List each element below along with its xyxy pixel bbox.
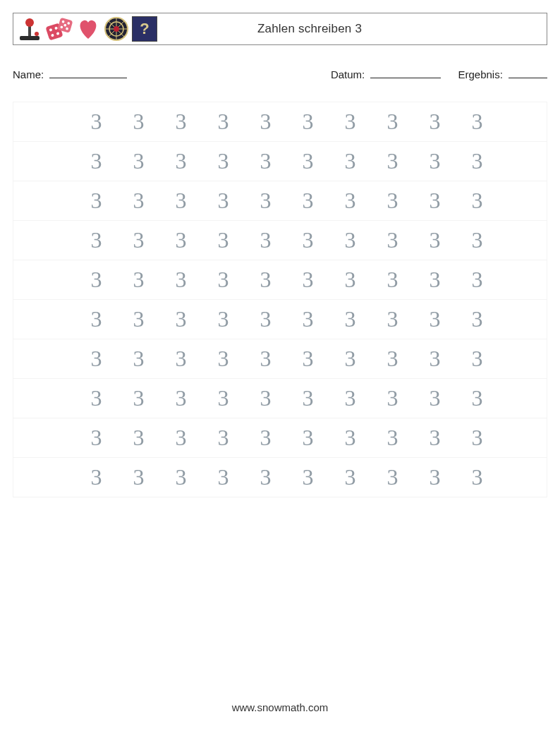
practice-cell[interactable]: 3 [202, 464, 245, 490]
practice-cell[interactable]: 3 [414, 385, 456, 411]
practice-cell[interactable]: 3 [329, 385, 372, 411]
practice-cell[interactable]: 3 [329, 346, 372, 372]
practice-cell[interactable]: 3 [329, 306, 372, 332]
practice-cell[interactable]: 3 [414, 425, 456, 451]
practice-cell[interactable]: 3 [118, 227, 160, 253]
practice-cell[interactable]: 3 [245, 227, 287, 253]
practice-cell[interactable]: 3 [372, 267, 414, 293]
practice-cell[interactable]: 3 [160, 227, 202, 253]
practice-cell[interactable]: 3 [287, 306, 329, 332]
practice-cell[interactable]: 3 [160, 306, 202, 332]
practice-cell[interactable]: 3 [287, 227, 329, 253]
practice-cell[interactable]: 3 [456, 267, 499, 293]
practice-cell[interactable]: 3 [245, 148, 287, 174]
practice-cell[interactable]: 3 [287, 425, 329, 451]
practice-cell[interactable]: 3 [75, 464, 118, 490]
practice-cell[interactable]: 3 [118, 425, 160, 451]
practice-cell[interactable]: 3 [75, 425, 118, 451]
practice-cell[interactable]: 3 [414, 188, 456, 214]
practice-cell[interactable]: 3 [160, 346, 202, 372]
practice-cell[interactable]: 3 [202, 306, 245, 332]
practice-cell[interactable]: 3 [287, 267, 329, 293]
practice-cell[interactable]: 3 [372, 148, 414, 174]
practice-cell[interactable]: 3 [245, 464, 287, 490]
practice-cell[interactable]: 3 [75, 385, 118, 411]
practice-cell[interactable]: 3 [329, 109, 372, 135]
practice-cell[interactable]: 3 [287, 464, 329, 490]
practice-cell[interactable]: 3 [75, 267, 118, 293]
practice-cell[interactable]: 3 [372, 346, 414, 372]
practice-cell[interactable]: 3 [202, 425, 245, 451]
practice-cell[interactable]: 3 [75, 227, 118, 253]
practice-cell[interactable]: 3 [202, 346, 245, 372]
practice-cell[interactable]: 3 [287, 346, 329, 372]
practice-cell[interactable]: 3 [456, 306, 499, 332]
practice-cell[interactable]: 3 [202, 188, 245, 214]
practice-cell[interactable]: 3 [75, 306, 118, 332]
practice-cell[interactable]: 3 [118, 109, 160, 135]
practice-cell[interactable]: 3 [456, 464, 499, 490]
practice-cell[interactable]: 3 [329, 188, 372, 214]
practice-cell[interactable]: 3 [245, 346, 287, 372]
practice-cell[interactable]: 3 [245, 267, 287, 293]
practice-cell[interactable]: 3 [160, 188, 202, 214]
practice-cell[interactable]: 3 [372, 109, 414, 135]
practice-cell[interactable]: 3 [372, 464, 414, 490]
practice-cell[interactable]: 3 [118, 306, 160, 332]
practice-cell[interactable]: 3 [287, 148, 329, 174]
practice-cell[interactable]: 3 [75, 188, 118, 214]
practice-cell[interactable]: 3 [329, 464, 372, 490]
practice-cell[interactable]: 3 [202, 385, 245, 411]
practice-cell[interactable]: 3 [414, 346, 456, 372]
practice-cell[interactable]: 3 [372, 306, 414, 332]
practice-cell[interactable]: 3 [245, 188, 287, 214]
result-blank[interactable] [509, 68, 547, 78]
practice-cell[interactable]: 3 [372, 227, 414, 253]
practice-cell[interactable]: 3 [287, 188, 329, 214]
practice-cell[interactable]: 3 [456, 425, 499, 451]
practice-cell[interactable]: 3 [414, 227, 456, 253]
practice-cell[interactable]: 3 [75, 148, 118, 174]
practice-cell[interactable]: 3 [456, 385, 499, 411]
practice-cell[interactable]: 3 [75, 346, 118, 372]
practice-cell[interactable]: 3 [329, 267, 372, 293]
practice-cell[interactable]: 3 [160, 425, 202, 451]
practice-cell[interactable]: 3 [202, 267, 245, 293]
practice-cell[interactable]: 3 [456, 109, 499, 135]
practice-cell[interactable]: 3 [456, 346, 499, 372]
practice-cell[interactable]: 3 [160, 148, 202, 174]
practice-cell[interactable]: 3 [372, 385, 414, 411]
practice-cell[interactable]: 3 [160, 109, 202, 135]
practice-cell[interactable]: 3 [118, 385, 160, 411]
practice-cell[interactable]: 3 [456, 148, 499, 174]
practice-cell[interactable]: 3 [372, 188, 414, 214]
practice-cell[interactable]: 3 [245, 109, 287, 135]
practice-cell[interactable]: 3 [414, 109, 456, 135]
practice-cell[interactable]: 3 [118, 188, 160, 214]
practice-cell[interactable]: 3 [202, 227, 245, 253]
practice-cell[interactable]: 3 [414, 148, 456, 174]
practice-cell[interactable]: 3 [75, 109, 118, 135]
practice-cell[interactable]: 3 [245, 385, 287, 411]
practice-cell[interactable]: 3 [118, 464, 160, 490]
practice-cell[interactable]: 3 [160, 385, 202, 411]
date-blank[interactable] [370, 68, 441, 78]
practice-cell[interactable]: 3 [414, 464, 456, 490]
practice-cell[interactable]: 3 [414, 267, 456, 293]
practice-cell[interactable]: 3 [329, 425, 372, 451]
practice-cell[interactable]: 3 [245, 425, 287, 451]
name-blank[interactable] [49, 68, 127, 78]
practice-cell[interactable]: 3 [414, 306, 456, 332]
practice-cell[interactable]: 3 [160, 464, 202, 490]
practice-cell[interactable]: 3 [118, 346, 160, 372]
practice-cell[interactable]: 3 [329, 227, 372, 253]
practice-cell[interactable]: 3 [202, 109, 245, 135]
practice-cell[interactable]: 3 [372, 425, 414, 451]
practice-cell[interactable]: 3 [118, 148, 160, 174]
practice-cell[interactable]: 3 [287, 385, 329, 411]
practice-cell[interactable]: 3 [245, 306, 287, 332]
practice-cell[interactable]: 3 [456, 188, 499, 214]
practice-cell[interactable]: 3 [202, 148, 245, 174]
practice-cell[interactable]: 3 [329, 148, 372, 174]
practice-cell[interactable]: 3 [287, 109, 329, 135]
